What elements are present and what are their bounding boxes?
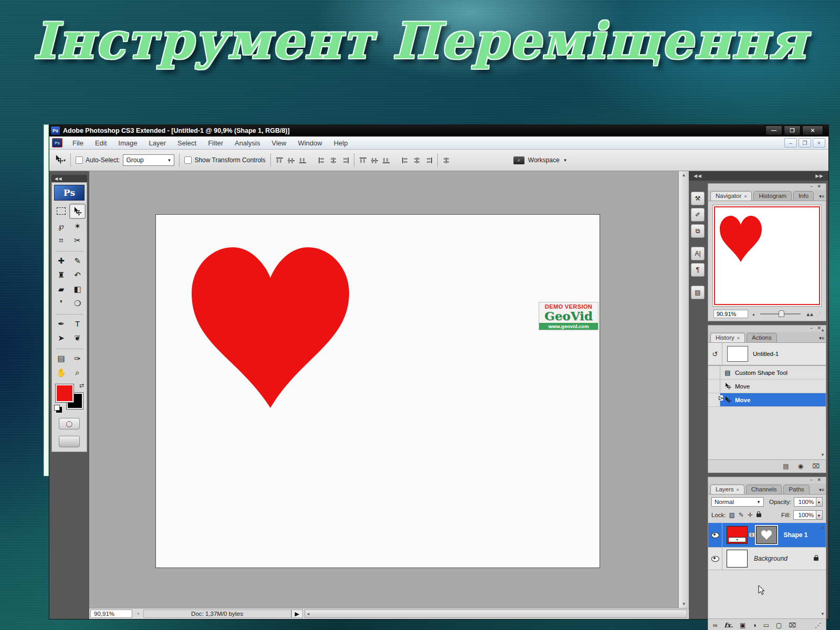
resize-grip-icon[interactable]: ⋰	[815, 622, 821, 629]
blur-tool[interactable]: ❜	[53, 296, 69, 310]
auto-select-dropdown[interactable]: Group ▼	[123, 154, 174, 166]
mask-link-icon[interactable]: ∞	[749, 532, 755, 538]
doc-restore-button[interactable]: ❐	[799, 138, 811, 148]
close-icon[interactable]: ×	[737, 487, 739, 492]
brushes-icon[interactable]: ✐	[691, 208, 705, 222]
tab-histogram[interactable]: Histogram	[753, 191, 791, 201]
auto-align-layers-icon[interactable]	[443, 157, 450, 164]
distribute-top-edges-icon[interactable]	[359, 157, 367, 164]
opacity-field[interactable]: 100%	[794, 497, 816, 507]
layer-row-background[interactable]: Background	[708, 548, 826, 570]
document-canvas[interactable]: DEMO VERSION GeoVid www.geovid.com	[155, 214, 600, 568]
swap-colors-icon[interactable]: ⇄	[79, 382, 84, 389]
heart-shape[interactable]	[192, 247, 349, 408]
close-button[interactable]: ✕	[802, 125, 823, 135]
eyedropper-tool[interactable]: ✑	[69, 351, 86, 365]
history-source-well[interactable]	[708, 380, 720, 393]
restore-button[interactable]: ❐	[784, 125, 801, 135]
tab-actions[interactable]: Actions	[747, 333, 777, 342]
vertical-scrollbar[interactable]: ▲ ▼	[678, 171, 689, 608]
dock-expand-icon[interactable]: ▶▶	[815, 173, 824, 178]
healing-brush-tool[interactable]: ✚	[53, 254, 69, 268]
custom-shape-tool[interactable]: ❦	[69, 331, 86, 345]
visibility-well[interactable]	[708, 548, 722, 570]
vector-mask-thumbnail[interactable]	[756, 526, 777, 544]
menu-help[interactable]: Help	[328, 139, 354, 147]
eraser-tool[interactable]: ▰	[53, 282, 69, 296]
navigator-preview[interactable]	[712, 205, 822, 307]
workspace-control[interactable]: ⌕ Workspace ▼	[513, 156, 568, 164]
screen-mode-button[interactable]	[59, 436, 80, 447]
menu-window[interactable]: Window	[292, 139, 328, 147]
menu-view[interactable]: View	[266, 139, 292, 147]
paragraph-panel-icon[interactable]: ¶	[691, 263, 705, 277]
slice-tool[interactable]: ✂	[69, 233, 86, 247]
panel-min-close[interactable]: − ✕	[708, 184, 826, 190]
menu-analysis[interactable]: Analysis	[229, 139, 266, 147]
panel-menu-icon[interactable]: ▾≡	[819, 194, 824, 199]
toolbox-collapse-bar[interactable]: ◀◀	[51, 175, 87, 182]
tab-paths[interactable]: Paths	[783, 485, 809, 494]
new-group-icon[interactable]: ▭	[763, 622, 769, 629]
scroll-up-icon[interactable]: ▲	[682, 173, 686, 177]
tool-preset-arrow[interactable]: ▾	[64, 158, 66, 163]
eye-icon[interactable]	[711, 532, 719, 538]
snapshot-brush-icon[interactable]: ↺	[708, 343, 722, 365]
rectangular-marquee-tool[interactable]	[53, 204, 69, 218]
panel-min-close[interactable]: − ✕	[708, 477, 826, 484]
link-layers-icon[interactable]: ∞	[713, 622, 718, 629]
lock-all-icon[interactable]	[757, 513, 761, 517]
status-zoom-field[interactable]: 90,91%	[90, 610, 132, 618]
distribute-bottom-edges-icon[interactable]	[382, 157, 390, 164]
new-snapshot-icon[interactable]: ◉	[798, 463, 803, 470]
layer-comps-icon[interactable]: ▤	[691, 286, 705, 299]
lasso-tool[interactable]: ℘	[53, 219, 69, 233]
horizontal-scrollbar[interactable]: ◂	[304, 610, 687, 618]
opacity-spinner-icon[interactable]: ▸	[816, 497, 823, 507]
foreground-color-swatch[interactable]	[56, 384, 74, 402]
scroll-left-icon[interactable]: ◂	[307, 611, 310, 616]
gradient-tool[interactable]: ◧	[69, 282, 86, 296]
character-panel-icon[interactable]: A|	[691, 247, 705, 260]
delete-state-icon[interactable]: ⌧	[812, 463, 820, 470]
close-icon[interactable]: ×	[744, 194, 747, 199]
resize-grip-icon[interactable]: ⋰	[816, 312, 821, 317]
new-document-from-state-icon[interactable]: ▤	[783, 463, 789, 470]
history-source-well[interactable]: ▷	[708, 393, 720, 406]
menu-file[interactable]: File	[67, 139, 89, 147]
dodge-tool[interactable]: ❍	[69, 296, 86, 310]
tab-history[interactable]: History×	[710, 333, 745, 342]
scroll-down-icon[interactable]: ▼	[821, 453, 825, 457]
type-tool[interactable]: T	[69, 317, 86, 331]
zoom-slider-thumb[interactable]	[779, 310, 784, 317]
layer-name[interactable]: Background	[754, 555, 788, 562]
auto-select-checkbox[interactable]	[76, 156, 83, 164]
history-state-row-selected[interactable]: ▷ Move	[708, 393, 826, 407]
doc-close-button[interactable]: ×	[813, 138, 825, 148]
scroll-up-icon[interactable]: ▲	[821, 525, 825, 530]
show-transform-checkbox[interactable]	[184, 156, 192, 164]
history-source-well[interactable]	[708, 366, 720, 379]
move-tool[interactable]	[69, 204, 86, 219]
doc-minimize-button[interactable]: –	[784, 138, 797, 148]
delete-layer-icon[interactable]: ⌧	[789, 622, 796, 629]
align-right-edges-icon[interactable]	[341, 157, 349, 164]
lock-position-icon[interactable]: ✛	[748, 511, 753, 519]
path-selection-tool[interactable]: ➤	[53, 331, 69, 345]
tab-layers[interactable]: Layers×	[710, 485, 744, 494]
add-layer-mask-icon[interactable]: ▣	[740, 622, 746, 629]
align-top-edges-icon[interactable]	[276, 157, 284, 164]
menu-layer[interactable]: Layer	[143, 139, 172, 147]
navigator-zoom-field[interactable]: 90.91%	[713, 310, 748, 318]
minimize-button[interactable]: —	[765, 125, 782, 135]
history-state-row[interactable]: Move	[708, 380, 826, 393]
history-state-row[interactable]: ▤ Custom Shape Tool	[708, 366, 826, 380]
align-horizontal-centers-icon[interactable]	[330, 157, 338, 164]
zoom-in-icon[interactable]: ▲▲	[805, 311, 813, 317]
distribute-horizontal-centers-icon[interactable]	[413, 157, 421, 164]
scroll-down-icon[interactable]: ▼	[682, 602, 686, 606]
tool-presets-icon[interactable]: ⚒	[691, 192, 705, 205]
brush-tool[interactable]: ✎	[69, 254, 86, 268]
panel-menu-icon[interactable]: ▾≡	[819, 335, 824, 341]
notes-tool[interactable]: ▤	[53, 351, 69, 365]
